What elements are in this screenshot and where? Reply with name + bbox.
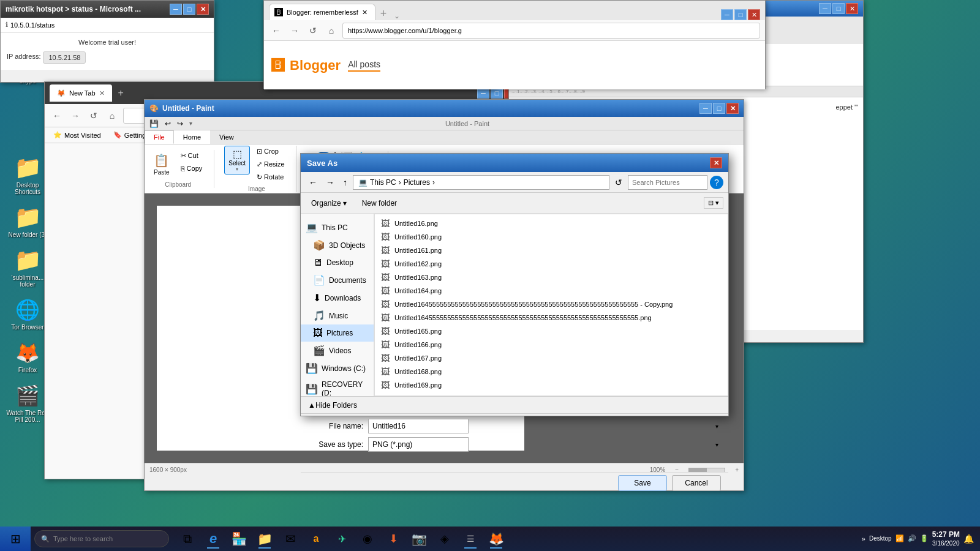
start-button[interactable]: ⊞ — [0, 527, 31, 551]
firefox-back-btn[interactable]: ← — [50, 108, 64, 123]
taskbar-app8[interactable]: ◉ — [355, 528, 380, 550]
firefox-home-btn[interactable]: ⌂ — [105, 108, 119, 123]
paint-minimize[interactable]: ─ — [699, 103, 712, 114]
saveas-forward-btn[interactable]: → — [323, 176, 337, 189]
file-item[interactable]: 🖼Untitled16.png — [375, 217, 728, 230]
filename-input[interactable] — [368, 419, 469, 433]
sidebar-pictures[interactable]: 🖼 Pictures — [301, 324, 374, 342]
file-item[interactable]: 🖼Untitled163.png — [375, 271, 728, 284]
blogger-maximize[interactable]: □ — [734, 9, 747, 20]
mikrotik-window[interactable]: mikrotik hotspot > status - Microsoft ..… — [0, 0, 214, 83]
view-btn[interactable]: ⊟ ▾ — [704, 197, 723, 209]
breadcrumb-this-pc[interactable]: This PC — [370, 178, 396, 187]
blogger-back-btn[interactable]: ← — [269, 23, 284, 38]
sidebar-music[interactable]: 🎵 Music — [301, 307, 374, 324]
taskbar-desktop-label[interactable]: Desktop — [869, 535, 892, 542]
saveas-up-btn[interactable]: ↑ — [340, 176, 350, 189]
sidebar-desktop[interactable]: 🖥 Desktop — [301, 254, 374, 271]
taskbar-search-box[interactable]: 🔍 Type here to search — [34, 530, 169, 547]
copy-btn[interactable]: ⎘ Copy — [176, 163, 207, 174]
firefox-add-tab-btn[interactable]: + — [115, 88, 127, 99]
paint-maximize[interactable]: □ — [713, 103, 725, 114]
taskbar-clock[interactable]: 5:27 PM 3/16/2020 — [932, 530, 960, 549]
rotate-btn[interactable]: ↻ Rotate — [252, 171, 289, 183]
saveas-filelist[interactable]: 🖼Untitled16.png🖼Untitled160.png🖼Untitled… — [374, 214, 728, 396]
breadcrumb-pictures[interactable]: Pictures — [404, 178, 430, 187]
mikrotik-minimize-btn[interactable]: ─ — [170, 4, 182, 15]
blogger-close[interactable]: ✕ — [748, 9, 760, 20]
blogger-tab[interactable]: 🅱 Blogger: rememberlessf ✕ — [269, 4, 375, 20]
file-item[interactable]: 🖼Untitled162.png — [375, 257, 728, 271]
file-item[interactable]: 🖼Untitled161.png — [375, 244, 728, 257]
taskbar-file-explorer[interactable]: 📁 — [252, 528, 277, 550]
saveas-dialog[interactable]: Save As ✕ ← → ↑ 💻 This PC › Pictures › ↺… — [300, 153, 729, 416]
new-folder-btn[interactable]: New folder — [357, 198, 402, 209]
taskbar-bittorrent[interactable]: ⬇ — [381, 528, 405, 550]
paint-file-tab[interactable]: File — [145, 130, 174, 144]
sidebar-this-pc[interactable]: 💻 This PC — [301, 219, 374, 236]
taskbar-app11[interactable]: ☰ — [458, 528, 483, 550]
most-visited-bookmark[interactable]: ⭐ Most Visited — [50, 130, 105, 140]
file-item[interactable]: 🖼Untitled169.png — [375, 378, 728, 392]
select-btn[interactable]: ⬚ Select ▾ — [224, 146, 250, 174]
blogger-minimize[interactable]: ─ — [721, 9, 733, 20]
taskbar-mail[interactable]: ✉ — [278, 528, 303, 550]
cut-btn[interactable]: ✂ Cut — [176, 150, 207, 162]
wordpad-maximize[interactable]: □ — [832, 3, 845, 14]
sidebar-recovery-d[interactable]: 💾 RECOVERY (D: — [301, 377, 374, 396]
mikrotik-maximize-btn[interactable]: □ — [183, 4, 195, 15]
file-item[interactable]: 🖼Untitled160.png — [375, 230, 728, 244]
crop-btn[interactable]: ⊡ Crop — [252, 146, 289, 157]
sidebar-documents[interactable]: 📄 Documents — [301, 271, 374, 289]
taskbar-store[interactable]: 🏪 — [227, 528, 251, 550]
blogger-all-posts[interactable]: All posts — [348, 59, 380, 72]
file-item[interactable]: 🖼Untitled1645555555555555555555555555555… — [375, 311, 728, 324]
breadcrumb-bar[interactable]: 💻 This PC › Pictures › — [353, 175, 609, 190]
taskbar-app10[interactable]: ◈ — [432, 528, 457, 550]
saveas-back-btn[interactable]: ← — [306, 176, 320, 189]
organize-btn[interactable]: Organize ▾ — [306, 197, 352, 209]
paint-home-tab[interactable]: Home — [174, 130, 210, 144]
saveas-close-btn[interactable]: ✕ — [710, 157, 722, 168]
blogger-forward-btn[interactable]: → — [287, 23, 302, 38]
blogger-home-btn[interactable]: ⌂ — [324, 23, 339, 38]
taskbar-task-view[interactable]: ⧉ — [175, 528, 200, 550]
file-item[interactable]: 🖼Untitled167.png — [375, 351, 728, 365]
blogger-window[interactable]: 🅱 Blogger: rememberlessf ✕ + ⌄ ─ □ ✕ ← →… — [263, 0, 766, 89]
sidebar-3d-objects[interactable]: 📦 3D Objects — [301, 236, 374, 254]
firefox-new-tab[interactable]: 🦊 New Tab ✕ — [50, 84, 112, 102]
file-item[interactable]: 🖼Untitled164.png — [375, 284, 728, 298]
saveas-help-btn[interactable]: ? — [710, 176, 723, 189]
cancel-btn[interactable]: Cancel — [672, 475, 721, 491]
file-item[interactable]: 🖼Untitled168.png — [375, 365, 728, 378]
taskbar-notification-btn[interactable]: 🔔 — [963, 534, 974, 544]
taskbar-volume-icon[interactable]: 🔊 — [908, 534, 916, 542]
mikrotik-close-btn[interactable]: ✕ — [197, 4, 209, 15]
taskbar-edge[interactable]: e — [201, 528, 225, 550]
firefox-forward-btn[interactable]: → — [68, 108, 83, 123]
taskbar-tripadvisor[interactable]: ✈ — [330, 528, 354, 550]
filename-dropdown-btn[interactable]: ▾ — [715, 423, 718, 430]
paint-view-tab[interactable]: View — [210, 130, 243, 144]
saveas-search[interactable] — [628, 175, 707, 190]
firefox-refresh-btn[interactable]: ↺ — [86, 108, 101, 123]
file-item[interactable]: 🖼Untitled1645555555555555555555555555555… — [375, 298, 728, 311]
blogger-tab-close[interactable]: ✕ — [362, 9, 368, 17]
taskbar-amazon[interactable]: a — [304, 528, 328, 550]
taskbar-camera[interactable]: 📷 — [407, 528, 431, 550]
blogger-refresh-btn[interactable]: ↺ — [306, 23, 320, 38]
paint-save-icon[interactable]: 💾 — [147, 118, 161, 129]
file-item[interactable]: 🖼Untitled166.png — [375, 338, 728, 351]
paint-undo-icon[interactable]: ↩ — [162, 118, 173, 129]
hide-folders-bar[interactable]: ▲ Hide Folders — [301, 396, 728, 413]
save-btn[interactable]: Save — [618, 475, 667, 491]
saveas-refresh-btn[interactable]: ↺ — [612, 176, 625, 189]
tab-overflow-btn[interactable]: ⌄ — [391, 12, 402, 20]
new-tab-btn[interactable]: + — [375, 7, 392, 20]
sidebar-downloads[interactable]: ⬇ Downloads — [301, 289, 374, 307]
sidebar-videos[interactable]: 🎬 Videos — [301, 342, 374, 359]
savetype-dropdown-btn[interactable]: ▾ — [715, 441, 718, 448]
wordpad-minimize[interactable]: ─ — [819, 3, 831, 14]
taskbar-firefox-pinned[interactable]: 🦊 — [484, 528, 508, 550]
blogger-address-bar[interactable]: https://www.blogger.com/u/1/blogger.g — [342, 23, 760, 39]
